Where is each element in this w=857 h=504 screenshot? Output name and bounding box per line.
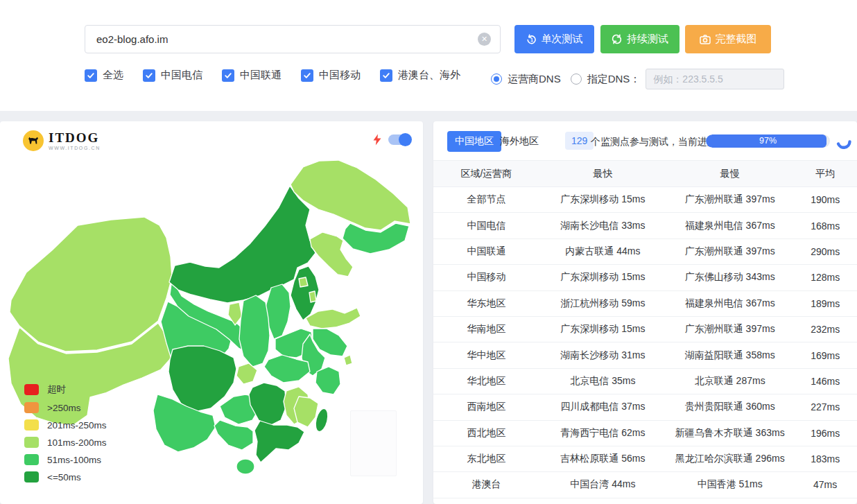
filter-checkboxes: 全选 中国电信 中国联通 中国移动 港澳台、海外 — [85, 69, 460, 82]
province-shanghai[interactable] — [344, 355, 352, 365]
table-row: 中国联通内蒙古联通 44ms广东潮州联通 397ms290ms — [433, 239, 857, 265]
legend-item: <=50ms — [24, 471, 107, 483]
map-mode-toggle[interactable] — [388, 134, 410, 145]
avg-cell: 290ms — [793, 246, 857, 257]
legend-item: 101ms-200ms — [24, 437, 107, 448]
column-header-1: 区域/运营商 — [433, 168, 539, 180]
province-guangdong[interactable] — [254, 421, 304, 462]
avg-cell: 183ms — [793, 453, 857, 464]
table-header-row: 区域/运营商最快最慢平均 — [433, 161, 857, 187]
legend-label: 51ms-100ms — [47, 455, 101, 465]
latency-table: 区域/运营商最快最慢平均 全部节点广东深圳移动 15ms广东潮州联通 397ms… — [433, 161, 857, 498]
province-heilongjiang[interactable] — [291, 160, 410, 230]
legend-color-swatch — [24, 437, 39, 448]
checkbox-checked-icon[interactable] — [380, 69, 392, 82]
filter-label: 中国联通 — [240, 69, 282, 82]
region-cell: 中国移动 — [433, 271, 539, 284]
avg-cell: 190ms — [793, 194, 857, 205]
continuous-test-label: 持续测试 — [627, 33, 668, 46]
table-row: 华中地区湖南长沙移动 31ms湖南益阳联通 358ms169ms — [433, 342, 857, 368]
value-cell: 内蒙古联通 44ms — [539, 245, 666, 258]
logo-title: ITDOG — [49, 131, 101, 144]
value-cell: 湖南益阳联通 358ms — [666, 349, 793, 362]
province-hunan[interactable] — [249, 383, 286, 426]
clear-input-icon[interactable]: ✕ — [478, 33, 491, 46]
value-cell: 黑龙江哈尔滨联通 296ms — [666, 453, 793, 465]
custom-dns-label: 指定DNS： — [587, 73, 641, 86]
filter-checkbox-0[interactable]: 全选 — [85, 69, 123, 82]
legend-label: <=50ms — [47, 472, 81, 483]
province-tianjin[interactable] — [309, 291, 316, 302]
host-input[interactable] — [85, 25, 501, 53]
value-cell: 中国香港 51ms — [666, 478, 793, 491]
legend-color-swatch — [24, 419, 39, 431]
avg-cell: 232ms — [793, 324, 857, 335]
table-row: 东北地区吉林松原联通 56ms黑龙江哈尔滨联通 296ms183ms — [433, 446, 857, 472]
region-cell: 中国联通 — [433, 245, 539, 258]
toggle-knob — [399, 133, 412, 146]
carrier-dns-radio[interactable] — [491, 73, 502, 85]
value-cell: 浙江杭州移动 59ms — [539, 297, 666, 310]
checkbox-checked-icon[interactable] — [85, 69, 97, 82]
top-toolbar: ✕ 1 单次测试 持续测试 完整截图 全选 — [0, 0, 857, 111]
legend-item: 51ms-100ms — [24, 454, 107, 465]
filter-checkbox-1[interactable]: 中国电信 — [143, 69, 202, 82]
checkbox-checked-icon[interactable] — [222, 69, 234, 82]
carrier-dns-label: 运营商DNS — [508, 73, 561, 86]
table-row: 西南地区四川成都电信 37ms贵州贵阳联通 360ms227ms — [433, 394, 857, 420]
checkbox-checked-icon[interactable] — [301, 69, 313, 82]
province-beijing[interactable] — [299, 277, 308, 287]
column-header-4: 平均 — [793, 168, 857, 180]
legend-item: >250ms — [24, 402, 107, 413]
legend-item: 201ms-250ms — [24, 419, 107, 431]
province-fujian[interactable] — [294, 397, 318, 427]
map-stamp-watermark — [350, 410, 397, 476]
region-cell: 中国电信 — [433, 220, 539, 232]
filter-checkbox-4[interactable]: 港澳台、海外 — [380, 69, 460, 82]
checkbox-checked-icon[interactable] — [143, 69, 155, 82]
single-test-label: 单次测试 — [542, 33, 583, 46]
value-cell: 北京联通 287ms — [666, 375, 793, 388]
full-screenshot-button[interactable]: 完整截图 — [685, 25, 771, 53]
value-cell: 新疆乌鲁木齐联通 363ms — [666, 427, 793, 440]
province-zhejiang[interactable] — [315, 367, 340, 394]
results-panel: 中国地区 海外地区 129 个监测点参与测试，当前进度： 97% 区域/运营商最… — [433, 121, 857, 504]
region-cell: 华北地区 — [433, 375, 539, 388]
legend-color-swatch — [24, 402, 39, 413]
tab-china-region[interactable]: 中国地区 — [447, 131, 501, 152]
region-cell: 西南地区 — [433, 401, 539, 413]
single-test-button[interactable]: 1 单次测试 — [514, 25, 594, 53]
value-cell: 广东潮州联通 397ms — [666, 193, 793, 206]
custom-dns-input[interactable] — [646, 69, 784, 89]
avg-cell: 146ms — [793, 376, 857, 387]
legend-item: 超时 — [24, 383, 107, 396]
region-cell: 华南地区 — [433, 323, 539, 336]
region-cell: 华东地区 — [433, 297, 539, 310]
avg-cell: 168ms — [793, 220, 857, 232]
value-cell: 广东潮州联通 397ms — [666, 323, 793, 336]
column-header-3: 最慢 — [666, 168, 793, 180]
filter-checkbox-2[interactable]: 中国联通 — [222, 69, 282, 82]
province-shaanxi[interactable] — [239, 295, 270, 367]
avg-cell: 169ms — [793, 350, 857, 361]
table-row: 港澳台中国台湾 44ms中国香港 51ms47ms — [433, 472, 857, 498]
avg-cell: 128ms — [793, 272, 857, 283]
tab-overseas-region[interactable]: 海外地区 — [500, 135, 539, 148]
value-cell: 北京电信 35ms — [539, 375, 666, 388]
loading-spinner-icon — [836, 133, 852, 150]
itdog-logo: ITDOG WWW.ITDOG.CN — [23, 130, 101, 151]
dns-options: 运营商DNS 指定DNS： — [491, 69, 784, 89]
province-hainan[interactable] — [236, 459, 254, 474]
filter-checkbox-3[interactable]: 中国移动 — [301, 69, 361, 82]
filter-label: 中国电信 — [161, 69, 202, 82]
custom-dns-radio[interactable] — [571, 73, 582, 85]
progress-percent: 97% — [706, 134, 830, 148]
province-guangxi[interactable] — [214, 420, 253, 450]
legend-label: 超时 — [47, 383, 66, 396]
region-cell: 东北地区 — [433, 453, 539, 465]
legend-color-swatch — [24, 471, 39, 483]
continuous-test-button[interactable]: 持续测试 — [600, 25, 679, 53]
region-cell: 西北地区 — [433, 427, 539, 440]
table-row: 中国电信湖南长沙电信 33ms福建泉州电信 367ms168ms — [433, 213, 857, 238]
province-shandong[interactable] — [306, 308, 361, 329]
